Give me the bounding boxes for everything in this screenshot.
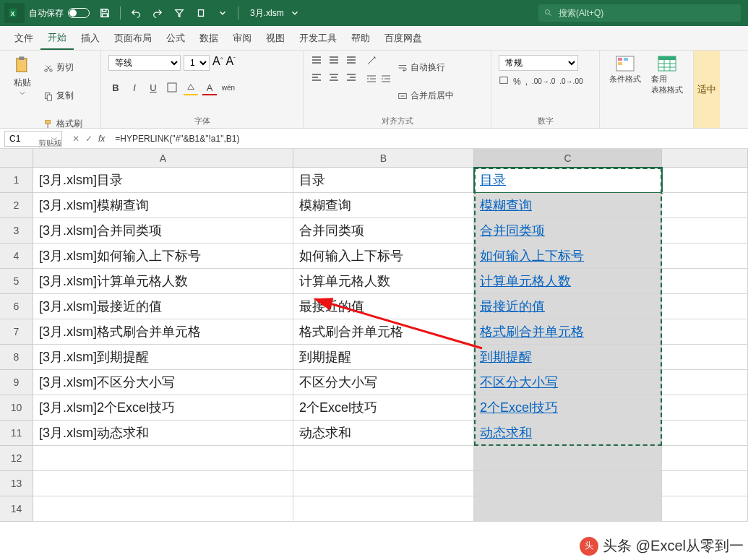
cell[interactable]: 动态求和	[293, 421, 474, 446]
cell[interactable]: [3月.xlsm]合并同类项	[33, 218, 293, 244]
row-header[interactable]: 11	[0, 421, 33, 446]
cell-hyperlink[interactable]: 最接近的值	[474, 294, 662, 319]
search-box[interactable]: 搜索(Alt+Q)	[538, 4, 741, 22]
cell[interactable]: [3月.xlsm]如何输入上下标号	[33, 244, 293, 269]
align-bottom-button[interactable]	[345, 55, 360, 69]
cell[interactable]: 最接近的值	[293, 294, 474, 319]
row-header[interactable]: 4	[0, 244, 33, 269]
orientation-button[interactable]	[366, 55, 392, 69]
row-header[interactable]: 3	[0, 218, 33, 244]
align-center-button[interactable]	[328, 72, 343, 87]
cell-hyperlink[interactable]: 如何输入上下标号	[474, 244, 662, 269]
row-header[interactable]: 2	[0, 193, 33, 218]
cell-hyperlink[interactable]: 计算单元格人数	[474, 269, 662, 294]
cell-hyperlink[interactable]: 格式刷合并单元格	[474, 319, 662, 345]
cell[interactable]: [3月.xlsm]2个Excel技巧	[33, 395, 293, 421]
border-button[interactable]	[165, 81, 179, 95]
enter-formula-button[interactable]: ✓	[85, 134, 93, 144]
cell[interactable]: 模糊查询	[293, 193, 474, 218]
toggle-switch-icon[interactable]	[68, 8, 90, 18]
font-color-button[interactable]: A	[202, 81, 217, 95]
align-left-button[interactable]	[311, 72, 325, 87]
comma-button[interactable]: ,	[525, 77, 528, 87]
cell[interactable]: 如何输入上下标号	[293, 244, 474, 269]
row-header[interactable]: 14	[0, 496, 33, 522]
cell[interactable]	[662, 319, 748, 345]
cell-hyperlink[interactable]: 不区分大小写	[474, 370, 662, 395]
select-all-corner[interactable]	[0, 149, 33, 167]
tab-developer[interactable]: 开发工具	[292, 26, 344, 50]
format-as-table-button[interactable]: 套用 表格格式	[649, 55, 685, 95]
undo-button[interactable]	[126, 4, 145, 22]
cell-hyperlink[interactable]: 模糊查询	[474, 193, 662, 218]
cell[interactable]	[662, 345, 748, 370]
row-header[interactable]: 12	[0, 446, 33, 471]
cell[interactable]: [3月.xlsm]最接近的值	[33, 294, 293, 319]
increase-font-button[interactable]: A^	[212, 55, 223, 71]
tab-help[interactable]: 帮助	[344, 26, 377, 50]
cell[interactable]	[662, 193, 748, 218]
filename-dropdown[interactable]	[285, 4, 304, 22]
cell[interactable]: [3月.xlsm]模糊查询	[33, 193, 293, 218]
cell-hyperlink[interactable]: 目录	[474, 168, 662, 193]
align-middle-button[interactable]	[328, 55, 343, 69]
cell[interactable]: 到期提醒	[293, 345, 474, 370]
copy-button[interactable]: 复制	[43, 83, 82, 108]
tab-page-layout[interactable]: 页面布局	[107, 26, 159, 50]
col-header-d[interactable]	[662, 149, 748, 167]
row-header[interactable]: 6	[0, 294, 33, 319]
cell[interactable]	[662, 446, 748, 471]
name-box[interactable]: C1	[4, 131, 62, 147]
cell[interactable]	[33, 471, 293, 496]
cell-hyperlink[interactable]: 到期提醒	[474, 345, 662, 370]
cell[interactable]	[33, 446, 293, 471]
cell[interactable]: 目录	[293, 168, 474, 193]
increase-decimal-button[interactable]: .00→.0	[532, 77, 555, 85]
tab-data[interactable]: 数据	[192, 26, 225, 50]
conditional-formatting-button[interactable]: 条件格式	[607, 55, 643, 85]
cell[interactable]	[662, 395, 748, 421]
align-top-button[interactable]	[311, 55, 325, 69]
cell[interactable]: 2个Excel技巧	[293, 395, 474, 421]
row-header[interactable]: 5	[0, 269, 33, 294]
italic-button[interactable]: I	[127, 81, 142, 95]
cell[interactable]	[662, 244, 748, 269]
col-header-a[interactable]: A	[33, 149, 293, 167]
cell[interactable]	[293, 471, 474, 496]
underline-button[interactable]: U	[146, 81, 160, 95]
customize-qat-button[interactable]	[213, 4, 232, 22]
touch-mode-button[interactable]	[192, 4, 210, 22]
cell[interactable]	[662, 294, 748, 319]
cell-hyperlink[interactable]: 2个Excel技巧	[474, 395, 662, 421]
cell-hyperlink[interactable]: 合并同类项	[474, 218, 662, 244]
row-header[interactable]: 13	[0, 471, 33, 496]
align-right-button[interactable]	[345, 72, 360, 87]
cell[interactable]	[33, 496, 293, 522]
row-header[interactable]: 10	[0, 395, 33, 421]
tab-insert[interactable]: 插入	[74, 26, 107, 50]
accounting-format-button[interactable]	[499, 75, 509, 87]
row-header[interactable]: 9	[0, 370, 33, 395]
cell-hyperlink[interactable]: 动态求和	[474, 421, 662, 446]
percent-button[interactable]: %	[513, 77, 521, 87]
cell[interactable]	[662, 218, 748, 244]
cell[interactable]	[662, 168, 748, 193]
decrease-font-button[interactable]: Aˇ	[225, 55, 235, 71]
tab-baidu[interactable]: 百度网盘	[377, 26, 429, 50]
cancel-formula-button[interactable]: ✕	[72, 134, 79, 144]
cell[interactable]: 合并同类项	[293, 218, 474, 244]
cell[interactable]	[662, 471, 748, 496]
filter-button[interactable]	[170, 4, 189, 22]
cell-hyperlink[interactable]	[474, 471, 662, 496]
fill-color-button[interactable]	[184, 81, 198, 95]
font-size-select[interactable]: 11	[184, 55, 210, 71]
phonetic-button[interactable]: wén	[221, 81, 236, 95]
cell[interactable]: 不区分大小写	[293, 370, 474, 395]
merge-center-button[interactable]: 合并后居中	[397, 83, 454, 108]
autosave-toggle[interactable]: 自动保存	[29, 7, 90, 20]
cell[interactable]: [3月.xlsm]格式刷合并单元格	[33, 319, 293, 345]
save-button[interactable]	[95, 4, 114, 22]
fx-icon[interactable]: fx	[98, 134, 111, 144]
cell-style-moderate[interactable]: 适中	[694, 51, 720, 128]
cell-hyperlink[interactable]	[474, 446, 662, 471]
